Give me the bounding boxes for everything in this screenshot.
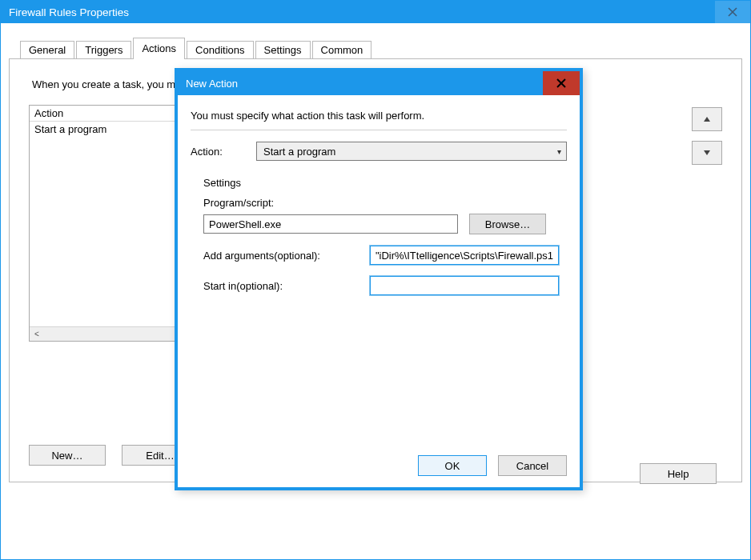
chevron-down-icon: ▾ — [557, 147, 561, 156]
arguments-input[interactable] — [370, 246, 559, 265]
move-down-button[interactable] — [692, 141, 722, 165]
close-icon — [556, 78, 566, 88]
actions-bottom-buttons: New… Edit… — [29, 445, 199, 466]
modal-body: You must specify what action this task w… — [178, 95, 580, 487]
arguments-row: Add arguments(optional): — [203, 246, 559, 265]
tabstrip: General Triggers Actions Conditions Sett… — [20, 37, 742, 58]
modal-footer: OK Cancel — [418, 455, 567, 476]
help-button[interactable]: Help — [640, 463, 717, 484]
cancel-button[interactable]: Cancel — [498, 455, 567, 476]
parent-close-button[interactable] — [715, 1, 750, 23]
tab-conditions[interactable]: Conditions — [187, 41, 253, 59]
new-button[interactable]: New… — [29, 445, 106, 466]
program-row: Browse… — [203, 214, 559, 234]
svg-marker-2 — [704, 117, 710, 122]
modal-title: New Action — [186, 78, 238, 90]
scroll-left-button[interactable]: < — [30, 327, 44, 341]
tab-actions[interactable]: Actions — [133, 38, 185, 59]
program-script-input[interactable] — [203, 214, 458, 234]
browse-button[interactable]: Browse… — [469, 214, 546, 234]
startin-input[interactable] — [370, 276, 559, 295]
new-action-dialog: New Action You must specify what action … — [175, 68, 583, 490]
startin-row: Start in(optional): — [203, 276, 559, 295]
action-label: Action: — [191, 146, 256, 158]
triangle-down-icon — [703, 149, 711, 157]
arguments-label: Add arguments(optional): — [203, 250, 363, 262]
modal-instruction: You must specify what action this task w… — [191, 110, 567, 122]
settings-group: Settings Program/script: Browse… Add arg… — [191, 172, 567, 318]
startin-label: Start in(optional): — [203, 280, 363, 292]
parent-titlebar: Firewall Rules Properties — [1, 1, 750, 23]
modal-close-button[interactable] — [543, 71, 580, 95]
program-label: Program/script: — [203, 197, 559, 209]
separator — [191, 130, 567, 130]
settings-group-title: Settings — [203, 177, 559, 189]
action-dropdown[interactable]: Start a program ▾ — [256, 142, 567, 161]
tab-triggers[interactable]: Triggers — [76, 41, 131, 59]
reorder-buttons — [692, 107, 722, 174]
tab-settings[interactable]: Settings — [255, 41, 311, 59]
move-up-button[interactable] — [692, 107, 722, 131]
tab-common[interactable]: Common — [312, 41, 372, 59]
triangle-up-icon — [703, 115, 711, 123]
tab-general[interactable]: General — [20, 41, 74, 59]
action-selected-value: Start a program — [263, 146, 335, 158]
svg-marker-3 — [704, 150, 710, 155]
ok-button[interactable]: OK — [418, 455, 487, 476]
parent-title: Firewall Rules Properties — [9, 6, 129, 18]
close-icon — [728, 7, 737, 17]
action-row: Action: Start a program ▾ — [191, 142, 567, 161]
modal-titlebar: New Action — [178, 71, 580, 95]
